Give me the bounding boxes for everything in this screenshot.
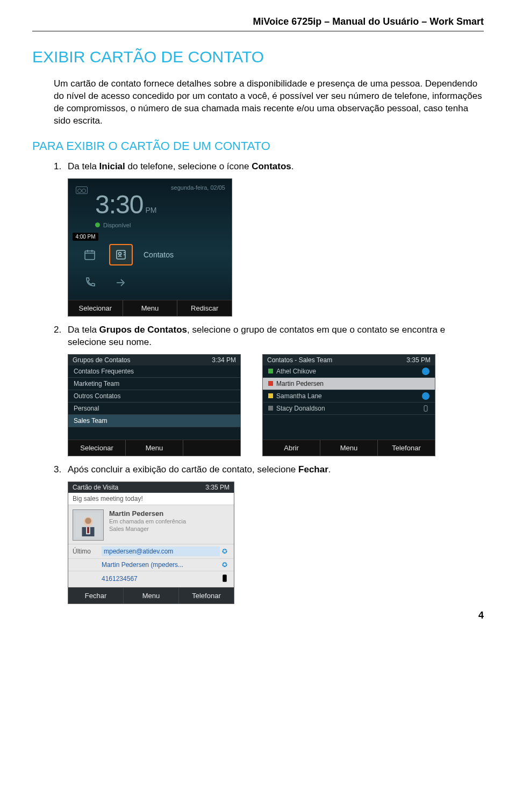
- step-text: Da tela Grupos de Contatos, selecione o …: [68, 324, 484, 349]
- list-item[interactable]: Martin Pedersen: [263, 378, 435, 390]
- status-badge-icon: ✪: [422, 392, 429, 400]
- status-badge-icon: ✪: [422, 368, 429, 375]
- softkey-blank: [183, 440, 240, 456]
- status-badge-icon: ✪: [220, 561, 230, 569]
- svg-rect-3: [424, 405, 427, 411]
- section-title: EXIBIR CARTÃO DE CONTATO: [32, 48, 484, 66]
- step-1: 1. Da tela Inicial do telefone, selecion…: [32, 161, 484, 173]
- screen-time: 3:34 PM: [212, 356, 236, 364]
- presence-indicator-icon: [268, 393, 273, 398]
- contact-name: Stacy Donaldson: [276, 405, 325, 412]
- softkey-redial[interactable]: Rediscar: [177, 300, 232, 316]
- doc-header: MiVoice 6725ip – Manual do Usuário – Wor…: [32, 16, 484, 32]
- call-log-icon[interactable]: [78, 272, 102, 293]
- softkey-bar: Fechar Menu Telefonar: [68, 587, 234, 603]
- row-label: Último: [73, 548, 102, 555]
- clock-ampm: PM: [145, 206, 156, 218]
- screen-title: Grupos de Contatos: [73, 356, 130, 364]
- screen-title: Cartão de Visita: [73, 484, 118, 491]
- row-value: 4161234567: [102, 575, 220, 583]
- calendar-icon[interactable]: [78, 244, 102, 265]
- screenshot-contacts: Contatos - Sales Team 3:35 PM Athel Chik…: [262, 354, 435, 456]
- list-item[interactable]: Sales Team: [68, 415, 240, 427]
- softkey-open[interactable]: Abrir: [263, 440, 320, 456]
- softkey-bar: Selecionar Menu Rediscar: [68, 300, 232, 316]
- softkey-call[interactable]: Telefonar: [179, 588, 234, 603]
- presence-indicator-icon: [95, 222, 100, 227]
- step-3: 3. Após concluir a exibição do cartão de…: [32, 464, 484, 476]
- list-item[interactable]: Contatos Frequentes: [68, 365, 240, 378]
- screen-title: Contatos - Sales Team: [267, 356, 332, 364]
- list-item[interactable]: Outros Contatos: [68, 390, 240, 403]
- svg-rect-9: [223, 574, 227, 582]
- presence-indicator-icon: [268, 406, 273, 411]
- presence-indicator-icon: [268, 369, 273, 373]
- home-date: segunda-feira, 02/05: [68, 182, 232, 191]
- step-2: 2. Da tela Grupos de Contatos, selecione…: [32, 324, 484, 349]
- contact-name: Martin Pedersen: [109, 509, 186, 518]
- step-number: 3.: [54, 464, 68, 476]
- list-item[interactable]: Stacy Donaldson: [263, 403, 435, 415]
- screen-time: 3:35 PM: [406, 356, 431, 364]
- softkey-menu[interactable]: Menu: [126, 440, 183, 456]
- contact-name: Samantha Lane: [276, 392, 322, 400]
- contact-role: Sales Manager: [109, 525, 186, 533]
- list-item[interactable]: Samantha Lane✪: [263, 390, 435, 403]
- screenshot-groups: Grupos de Contatos 3:34 PM Contatos Freq…: [68, 354, 241, 456]
- card-detail-row[interactable]: 4161234567: [68, 571, 234, 587]
- subsection-title: PARA EXIBIR O CARTÃO DE UM CONTATO: [32, 139, 484, 153]
- softkey-menu[interactable]: Menu: [124, 588, 179, 603]
- screen-time: 3:35 PM: [205, 484, 230, 491]
- step-number: 2.: [54, 324, 68, 349]
- voicemail-icon: [76, 186, 88, 194]
- clock-time: 3:30: [95, 192, 143, 218]
- list-item[interactable]: Athel Chikove✪: [263, 365, 435, 378]
- softkey-call[interactable]: Telefonar: [378, 440, 435, 456]
- contact-status: Em chamada em conferência: [109, 518, 186, 526]
- svg-rect-8: [87, 527, 89, 533]
- intro-paragraph: Um cartão de contato fornece detalhes so…: [32, 78, 484, 127]
- contact-name: Martin Pedersen: [276, 380, 324, 387]
- contact-name: Athel Chikove: [276, 368, 316, 375]
- list-item[interactable]: Marketing Team: [68, 378, 240, 390]
- contacts-icon[interactable]: [109, 244, 133, 265]
- row-value: Martin Pedersen (mpeders...: [102, 561, 220, 569]
- svg-point-2: [119, 252, 121, 255]
- screenshot-home: segunda-feira, 02/05 3:30 PM Disponível …: [68, 178, 232, 317]
- softkey-menu[interactable]: Menu: [123, 300, 178, 316]
- softkey-close[interactable]: Fechar: [68, 588, 124, 603]
- presence-text: Disponível: [103, 222, 131, 228]
- row-value: mpedersen@atidev.com: [102, 547, 220, 556]
- card-detail-row[interactable]: Martin Pedersen (mpeders...✪: [68, 559, 234, 571]
- softkey-bar: Selecionar Menu: [68, 440, 240, 456]
- softkey-select[interactable]: Selecionar: [68, 440, 126, 456]
- contact-note: Big sales meeting today!: [68, 493, 234, 505]
- card-detail-row[interactable]: Últimompedersen@atidev.com✪: [68, 544, 234, 559]
- presence-indicator-icon: [268, 381, 273, 386]
- icon-label: Contatos: [144, 250, 174, 259]
- status-badge-icon: ✪: [220, 548, 230, 555]
- forward-icon[interactable]: [109, 272, 133, 293]
- status-badge-icon: [422, 380, 429, 387]
- step-text: Da tela Inicial do telefone, selecione o…: [68, 161, 484, 173]
- screenshot-contact-card: Cartão de Visita 3:35 PM Big sales meeti…: [68, 482, 234, 604]
- next-meeting-chip: 4:00 PM: [73, 233, 98, 241]
- softkey-menu[interactable]: Menu: [320, 440, 378, 456]
- step-text: Após concluir a exibição do cartão de co…: [68, 464, 484, 476]
- svg-rect-0: [85, 251, 95, 260]
- softkey-bar: Abrir Menu Telefonar: [263, 440, 435, 456]
- page-number: 4: [478, 610, 484, 621]
- list-item[interactable]: Personal: [68, 403, 240, 415]
- phone-icon: [422, 405, 429, 412]
- avatar: [73, 509, 104, 541]
- step-number: 1.: [54, 161, 68, 173]
- phone-icon: [220, 573, 230, 585]
- softkey-select[interactable]: Selecionar: [68, 300, 123, 316]
